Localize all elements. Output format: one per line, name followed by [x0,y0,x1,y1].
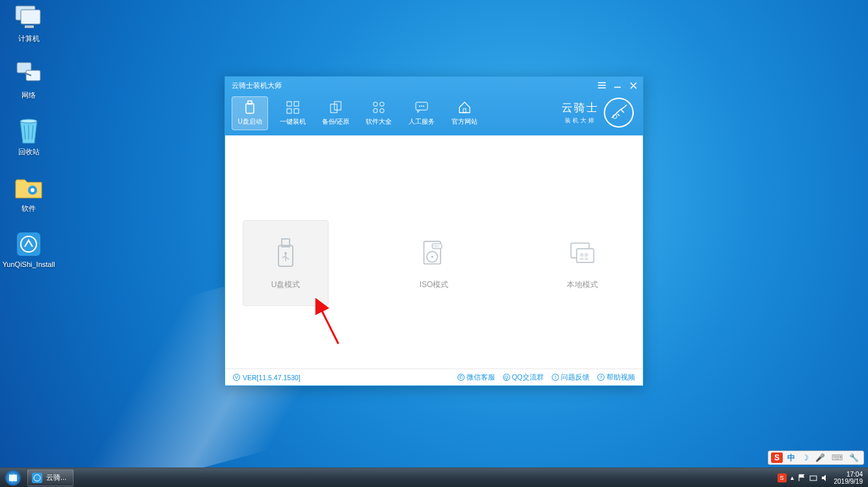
link-label: 帮助视频 [606,373,635,382]
minimize-button[interactable] [613,81,622,90]
desktop-icon-network[interactable]: 网络 [3,61,55,100]
tab-backup-restore[interactable]: 备份/还原 [318,96,354,130]
link-label: QQ交流群 [512,373,544,382]
svg-rect-21 [380,109,384,113]
desktop-icon-computer[interactable]: 计算机 [3,4,55,44]
svg-point-23 [419,105,420,107]
tab-label: 备份/还原 [322,117,350,126]
taskbar: 云骑... S ▴ 17:04 2019/9/19 [0,467,868,487]
tray-sogou-icon[interactable]: S [778,473,787,482]
mode-label: ISO模式 [420,279,449,290]
ime-mic-icon[interactable]: 🎤 [813,453,827,462]
svg-rect-20 [373,109,377,113]
mode-label: 本地模式 [567,279,598,290]
mode-iso[interactable]: ISO ISO模式 [391,220,477,306]
taskbar-app-icon [32,473,42,483]
help-icon: ? [597,374,604,381]
tray-flag-icon[interactable] [798,474,806,482]
ime-tool-icon[interactable]: 🔧 [847,453,861,462]
iso-icon: ISO [420,236,448,270]
tab-official-site[interactable]: 官方网站 [446,96,483,130]
computer-icon [13,4,44,31]
tab-manual-service[interactable]: 人工服务 [403,96,440,130]
tab-label: 一键装机 [280,117,306,126]
svg-rect-2 [25,25,34,28]
network-icon [13,61,44,88]
link-wechat-cs[interactable]: ✆微信客服 [457,373,495,382]
tab-usb-boot[interactable]: U盘启动 [232,96,268,130]
svg-rect-15 [294,109,299,113]
svg-point-43 [34,475,40,481]
svg-point-24 [421,105,422,107]
taskbar-clock[interactable]: 17:04 2019/9/19 [834,471,863,485]
header-tabs: U盘启动 一键装机 备份/还原 软件大全 人工服务 [232,96,483,130]
svg-text:ISO: ISO [433,244,439,248]
ime-moon-icon[interactable]: ☽ [800,453,811,462]
tab-software-daquan[interactable]: 软件大全 [360,96,397,130]
svg-rect-1 [21,10,40,24]
svg-point-7 [31,188,34,192]
folder-icon [13,174,44,201]
ime-sogou-icon[interactable]: S [771,452,783,463]
svg-rect-19 [380,102,384,106]
link-qq-group[interactable]: QQQ交流群 [503,373,544,382]
desktop-icon-software-folder[interactable]: 软件 [3,174,55,214]
svg-rect-13 [294,102,299,106]
brand-sub: 装机大师 [565,117,596,125]
date: 2019/9/19 [834,478,863,485]
ime-toolbar[interactable]: S 中 ☽ 🎤 ⌨ 🔧 [768,451,864,465]
tray-volume-icon[interactable] [821,474,829,482]
app-window: 云骑士装机大师 U盘启动 一键装机 备份/还原 [224,76,644,386]
tray-network-icon[interactable] [809,474,817,482]
desktop: 计算机 网络 回收站 软件 YunQiShi_Install [0,0,868,487]
tab-label: U盘启动 [237,117,262,126]
brand: 云骑士 装机大师 [562,98,634,128]
footer-links: ✆微信客服 QQQ交流群 !问题反馈 ?帮助视频 [457,373,635,382]
label: 网络 [21,90,36,100]
mode-usb[interactable]: U盘模式 [243,220,329,306]
start-button[interactable] [0,468,26,488]
app-body: U盘模式 ISO ISO模式 本地模式 [225,135,643,369]
link-help-video[interactable]: ?帮助视频 [597,373,635,382]
svg-point-5 [20,119,37,123]
taskbar-app-yunqishi[interactable]: 云骑... [27,469,74,486]
mode-label: U盘模式 [271,279,301,290]
local-windows-icon [569,236,596,270]
usb-drive-icon [272,236,299,270]
qq-icon: Q [503,374,510,381]
home-icon [457,100,472,115]
label: 计算机 [18,34,40,44]
label: 软件 [21,204,36,214]
desktop-icons: 计算机 网络 回收站 软件 YunQiShi_Install [3,4,55,268]
link-feedback[interactable]: !问题反馈 [552,373,590,382]
wechat-icon: ✆ [457,374,465,381]
window-controls [597,81,638,90]
ime-keyboard-icon[interactable]: ⌨ [830,453,845,462]
recycle-bin-icon [13,117,44,145]
svg-rect-12 [287,102,292,106]
desktop-icon-recycle-bin[interactable]: 回收站 [3,117,55,157]
brand-name: 云骑士 [562,100,599,115]
close-button[interactable] [629,81,638,90]
svg-rect-11 [248,101,252,104]
tab-label: 官方网站 [452,117,478,126]
apps-icon [372,100,386,115]
desktop-icon-yunqishi-install[interactable]: YunQiShi_Install [3,230,55,268]
svg-rect-16 [331,104,337,113]
svg-rect-40 [580,258,584,260]
tray-chevron-up-icon[interactable]: ▴ [791,474,794,481]
ime-lang-toggle[interactable]: 中 [785,452,797,464]
menu-button[interactable] [597,81,606,90]
version-text: VER[11.5.47.1530] [243,374,301,382]
yunqishi-install-icon [13,230,44,258]
svg-rect-26 [463,109,466,113]
feedback-icon: ! [552,374,559,381]
time: 17:04 [834,471,863,478]
label: 回收站 [18,147,40,157]
svg-rect-4 [26,70,40,81]
usb-icon [243,100,257,115]
tab-one-key-install[interactable]: 一键装机 [275,96,311,130]
mode-local[interactable]: 本地模式 [539,220,625,306]
mode-options: U盘模式 ISO ISO模式 本地模式 [225,220,643,306]
brand-logo-icon [604,98,634,128]
